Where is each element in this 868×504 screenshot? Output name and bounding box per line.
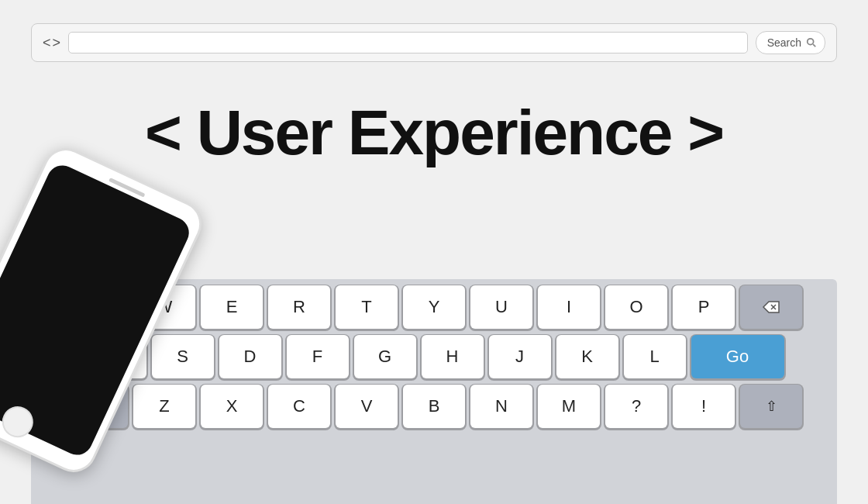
back-arrow[interactable]: < — [43, 35, 51, 51]
key-s[interactable]: S — [152, 335, 214, 378]
browser-bar: < > Search — [31, 23, 837, 62]
key-go[interactable]: Go — [691, 335, 784, 378]
key-k[interactable]: K — [556, 335, 618, 378]
key-backspace[interactable] — [740, 285, 802, 329]
key-f[interactable]: F — [287, 335, 349, 378]
key-d[interactable]: D — [219, 335, 281, 378]
key-r[interactable]: R — [268, 285, 330, 329]
key-question[interactable]: ? — [605, 385, 667, 428]
svg-line-1 — [813, 44, 815, 47]
key-h[interactable]: H — [422, 335, 484, 378]
key-y[interactable]: Y — [403, 285, 465, 329]
search-icon — [806, 37, 817, 48]
key-u[interactable]: U — [470, 285, 532, 329]
hero-heading: < User Experience > — [0, 101, 868, 164]
key-t[interactable]: T — [336, 285, 398, 329]
key-z[interactable]: Z — [133, 385, 195, 428]
url-bar[interactable] — [68, 32, 748, 54]
forward-arrow[interactable]: > — [53, 35, 61, 51]
key-n[interactable]: N — [470, 385, 532, 428]
key-x[interactable]: X — [201, 385, 263, 428]
key-o[interactable]: O — [605, 285, 667, 329]
key-p[interactable]: P — [673, 285, 735, 329]
search-label: Search — [767, 36, 801, 49]
key-j[interactable]: J — [489, 335, 551, 378]
key-i[interactable]: I — [538, 285, 600, 329]
keyboard-row-2: A S D F G H J K L Go — [39, 335, 829, 378]
key-l[interactable]: L — [624, 335, 686, 378]
backspace-icon — [763, 301, 780, 313]
key-b[interactable]: B — [403, 385, 465, 428]
key-e[interactable]: E — [201, 285, 263, 329]
search-field[interactable]: Search — [756, 31, 825, 54]
key-v[interactable]: V — [336, 385, 398, 428]
key-shift-right[interactable]: ⇧ — [740, 385, 802, 428]
key-exclaim[interactable]: ! — [673, 385, 735, 428]
key-g[interactable]: G — [354, 335, 416, 378]
key-m[interactable]: M — [538, 385, 600, 428]
keyboard-row-3: ⇧ Z X C V B N M ? ! ⇧ — [39, 385, 829, 428]
key-c[interactable]: C — [268, 385, 330, 428]
svg-point-0 — [808, 39, 814, 45]
nav-arrows: < > — [43, 35, 60, 51]
